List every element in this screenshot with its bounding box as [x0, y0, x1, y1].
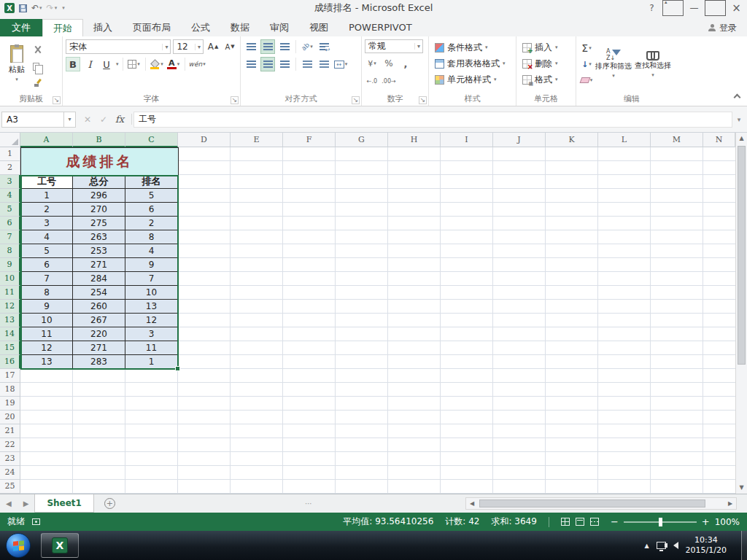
cell-C8[interactable]: 4 — [125, 244, 178, 258]
bold-button[interactable]: B — [66, 57, 80, 71]
cell-C7[interactable]: 8 — [125, 230, 178, 244]
find-select-button[interactable]: 查找和选择▾ — [633, 39, 673, 88]
number-format-combo[interactable]: 常规▾ — [365, 39, 423, 53]
cell-C3[interactable]: 排名 — [125, 175, 178, 189]
font-color-button[interactable]: A▾ — [166, 57, 181, 71]
cell-C6[interactable]: 2 — [125, 217, 178, 230]
sort-filter-button[interactable]: 排序和筛选▾ — [594, 39, 633, 88]
font-size-combo[interactable]: 12▾ — [173, 39, 204, 54]
scroll-left-button[interactable]: ◀ — [466, 498, 478, 509]
row-header-23[interactable]: 23 — [0, 452, 20, 466]
tab-split-dots[interactable]: ⋯ — [305, 499, 314, 508]
column-header-J[interactable]: J — [493, 133, 546, 147]
align-left-button[interactable] — [244, 57, 258, 71]
italic-button[interactable]: I — [82, 57, 97, 71]
taskbar-excel-button[interactable]: X — [41, 533, 79, 558]
cell-A5[interactable]: 2 — [20, 203, 73, 217]
borders-button[interactable]: ▾ — [127, 57, 142, 71]
ribbon-tab-页面布局[interactable]: 页面布局 — [123, 19, 181, 36]
cell-C11[interactable]: 10 — [125, 286, 178, 300]
column-header-N[interactable]: N — [703, 133, 735, 147]
column-header-F[interactable]: F — [283, 133, 336, 147]
minimize-button[interactable]: — — [684, 0, 705, 16]
scroll-up-button[interactable]: ▲ — [736, 133, 747, 144]
cell-B13[interactable]: 267 — [73, 314, 125, 327]
row-header-17[interactable]: 17 — [0, 369, 20, 383]
row-header-1[interactable]: 1 — [0, 147, 20, 161]
row-header-11[interactable]: 11 — [0, 286, 20, 300]
cell-B9[interactable]: 271 — [73, 258, 125, 272]
scroll-down-button[interactable]: ▼ — [736, 482, 747, 494]
cell-B15[interactable]: 271 — [73, 341, 125, 355]
cell-A15[interactable]: 12 — [20, 341, 73, 355]
cell-A1-merged-title[interactable]: 成绩排名 — [20, 147, 179, 176]
row-header-8[interactable]: 8 — [0, 244, 20, 258]
undo-dropdown-icon[interactable]: ▾ — [39, 6, 42, 11]
save-button[interactable] — [19, 4, 27, 12]
align-center-button[interactable] — [260, 57, 275, 71]
ribbon-tab-开始[interactable]: 开始 — [42, 19, 83, 36]
cell-B7[interactable]: 263 — [73, 230, 125, 244]
underline-button[interactable]: U — [99, 57, 114, 71]
cell-C5[interactable]: 6 — [125, 203, 178, 217]
sheet-tab-sheet1[interactable]: Sheet1 — [34, 494, 94, 513]
sign-in-button[interactable]: 登录 — [708, 19, 737, 36]
increase-indent-button[interactable] — [317, 57, 331, 71]
name-box-dropdown[interactable]: ▾ — [64, 112, 76, 128]
select-all-corner[interactable] — [0, 133, 20, 147]
row-header-3[interactable]: 3 — [0, 175, 20, 189]
accounting-format-button[interactable]: ¥▾ — [365, 56, 379, 71]
column-header-C[interactable]: C — [125, 133, 178, 147]
cell-C10[interactable]: 7 — [125, 272, 178, 286]
row-header-19[interactable]: 19 — [0, 397, 20, 411]
grow-font-button[interactable]: A▲ — [206, 39, 220, 54]
enter-icon[interactable]: ✓ — [96, 114, 111, 125]
status-average[interactable]: 平均值: 93.56410256 — [343, 516, 433, 528]
macro-record-icon[interactable] — [32, 518, 40, 525]
column-header-A[interactable]: A — [20, 133, 73, 147]
ribbon-tab-审阅[interactable]: 审阅 — [260, 19, 299, 36]
cell-C16[interactable]: 1 — [125, 355, 178, 369]
merge-center-button[interactable]: ↔▾ — [333, 57, 348, 71]
decrease-decimal-button[interactable]: .00→ — [382, 74, 396, 88]
autosum-button[interactable]: Σ▾ — [579, 41, 594, 55]
excel-logo-icon[interactable]: X — [4, 3, 15, 13]
cell-A13[interactable]: 10 — [20, 314, 73, 327]
row-header-9[interactable]: 9 — [0, 258, 20, 272]
cell-A7[interactable]: 4 — [20, 230, 73, 244]
row-header-14[interactable]: 14 — [0, 327, 20, 341]
ribbon-tab-插入[interactable]: 插入 — [83, 19, 123, 36]
column-header-M[interactable]: M — [651, 133, 703, 147]
file-tab[interactable]: 文件 — [0, 19, 42, 36]
clear-button[interactable]: ▾ — [579, 73, 594, 88]
align-bottom-button[interactable] — [277, 39, 292, 54]
cell-A11[interactable]: 8 — [20, 286, 73, 300]
row-header-24[interactable]: 24 — [0, 466, 20, 480]
zoom-slider[interactable] — [624, 521, 697, 523]
cell-B6[interactable]: 275 — [73, 217, 125, 230]
column-header-B[interactable]: B — [73, 133, 125, 147]
ribbon-tab-POWERPIVOT[interactable]: POWERPIVOT — [338, 19, 422, 36]
decrease-indent-button[interactable] — [300, 57, 314, 71]
align-top-button[interactable] — [244, 39, 258, 54]
column-header-K[interactable]: K — [546, 133, 598, 147]
redo-button[interactable]: ↷▾ — [47, 4, 58, 12]
row-header-2[interactable]: 2 — [0, 161, 20, 175]
cut-button[interactable] — [31, 42, 45, 57]
ribbon-tab-视图[interactable]: 视图 — [299, 19, 338, 36]
align-right-button[interactable] — [277, 57, 292, 71]
ribbon-display-options-button[interactable] — [662, 0, 684, 16]
formula-bar-expand-button[interactable]: ▾ — [732, 116, 746, 123]
cell-B3[interactable]: 总分 — [73, 175, 125, 189]
new-sheet-button[interactable]: + — [104, 498, 115, 509]
ribbon-tab-数据[interactable]: 数据 — [220, 19, 260, 36]
cell-A16[interactable]: 13 — [20, 355, 73, 369]
cell-A6[interactable]: 3 — [20, 217, 73, 230]
zoom-level[interactable]: 100% — [715, 517, 740, 527]
zoom-slider-thumb[interactable] — [659, 518, 662, 526]
volume-icon[interactable] — [673, 542, 678, 549]
vertical-scroll-thumb[interactable] — [738, 146, 746, 365]
copy-button[interactable]: ▾ — [31, 59, 45, 74]
cell-C9[interactable]: 9 — [125, 258, 178, 272]
insert-function-icon[interactable]: fx — [112, 114, 127, 125]
